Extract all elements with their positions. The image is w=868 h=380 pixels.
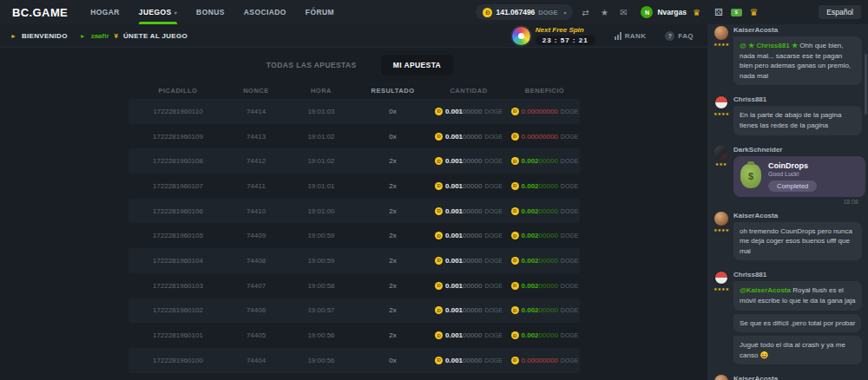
balance-selector[interactable]: Ð 141.067496 DOGE ▾ xyxy=(476,4,573,20)
table-row[interactable]: 1722281960106 74410 19:01:00 2x Ð 0.0010… xyxy=(128,199,580,224)
chat-avatar[interactable] xyxy=(714,26,728,40)
user-menu[interactable]: N Nvargas ♛ xyxy=(641,6,700,18)
currency-label: DOGE xyxy=(484,108,503,115)
bet-result: 2x xyxy=(358,257,428,265)
language-button[interactable]: Español xyxy=(819,5,861,19)
bet-hash: 1722281960108 xyxy=(128,157,228,165)
bet-result: 2x xyxy=(358,207,428,215)
nav-asociado[interactable]: ASOCIADO xyxy=(244,0,286,24)
table-row[interactable]: 1722281960109 74413 19:01:02 0x Ð 0.0010… xyxy=(128,124,580,149)
announcement-username[interactable]: zaafir xyxy=(91,32,109,40)
chat-avatar[interactable] xyxy=(714,271,728,285)
currency-label: DOGE xyxy=(484,158,503,164)
moneybag-icon xyxy=(740,164,761,188)
chat-message-left: ★★★★ xyxy=(713,212,728,265)
coindrops-completed-button[interactable]: Completed xyxy=(768,180,817,192)
table-row[interactable]: 1722281960110 74414 19:01:03 0x Ð 0.0010… xyxy=(128,99,580,124)
bet-hash: 1722281960104 xyxy=(128,257,228,265)
chat-avatar[interactable] xyxy=(714,375,728,380)
free-spin-title: Next Free Spin xyxy=(536,26,595,34)
table-row[interactable]: 1722281960105 74409 19:00:59 2x Ð 0.0010… xyxy=(128,223,580,248)
table-row[interactable]: 1722281960100 74404 19:00:56 0x Ð 0.0010… xyxy=(128,348,580,373)
currency-label: DOGE xyxy=(561,307,579,313)
tab-todas-las-apuestas[interactable]: TODAS LAS APUESTAS xyxy=(254,55,369,75)
chat-message: ★★★★ KaiserAcosta @ ★ Chriss881 ★ Jajaja… xyxy=(713,375,862,380)
logo[interactable]: BC.GAME xyxy=(12,6,68,19)
table-row[interactable]: 1722281960102 74406 19:00:57 2x Ð 0.0010… xyxy=(128,298,580,324)
bets-table: PICADILLO NONCE HORA RESULTADO CANTIDAD … xyxy=(128,82,580,373)
table-row[interactable]: 1722281960101 74405 19:00:56 2x Ð 0.0010… xyxy=(128,323,580,348)
bet-hash: 1722281960110 xyxy=(128,108,228,115)
bet-time: 19:01:00 xyxy=(285,207,358,215)
doge-coin-icon: Ð xyxy=(435,306,443,314)
bet-time: 19:00:59 xyxy=(285,257,358,265)
chat-message-left: ★★★★ xyxy=(713,95,728,138)
bet-amount: Ð 0.00100000 DOGE xyxy=(428,157,510,165)
dice-icon[interactable]: ⚄ xyxy=(714,7,723,18)
rank-label: RANK xyxy=(625,32,647,40)
bet-amount: Ð 0.00100000 DOGE xyxy=(428,331,510,339)
chat-message-left: ★★★★ xyxy=(713,271,728,368)
doge-coin-icon: Ð xyxy=(435,157,443,165)
tab-mi-apuesta[interactable]: MI APUESTA xyxy=(381,55,453,75)
chat-timestamp: 18:08 xyxy=(733,199,862,205)
doge-coin-icon: Ð xyxy=(511,282,519,290)
bet-result: 2x xyxy=(358,306,428,314)
nav-juegos[interactable]: JUEGOS▾ xyxy=(139,0,177,24)
chat-username[interactable]: Chriss881 xyxy=(733,271,862,278)
chat-avatar[interactable] xyxy=(714,212,728,226)
table-row[interactable]: 1722281960107 74411 19:01:01 2x Ð 0.0010… xyxy=(128,174,580,199)
currency-label: DOGE xyxy=(561,283,579,289)
currency-label: DOGE xyxy=(484,332,503,338)
doge-coin-icon: Ð xyxy=(435,232,443,239)
nav-hogar[interactable]: HOGAR xyxy=(90,0,120,24)
bet-nonce: 74404 xyxy=(228,357,285,364)
table-row[interactable]: 1722281960104 74408 19:00:59 2x Ð 0.0010… xyxy=(128,248,580,273)
bet-result: 2x xyxy=(358,282,428,290)
topbar-main: BC.GAME HOGAR JUEGOS▾ BONUS ASOCIADO FÓR… xyxy=(0,0,707,24)
bet-time: 19:00:56 xyxy=(285,331,358,339)
table-row[interactable]: 1722281960103 74407 19:00:58 2x Ð 0.0010… xyxy=(128,273,580,298)
doge-coin-icon: Ð xyxy=(511,232,519,239)
content: ► BIENVENIDO ► zaafir ¥ ÚNETE AL JUEGO N… xyxy=(0,24,868,380)
currency-label: DOGE xyxy=(561,158,579,164)
bet-nonce: 74407 xyxy=(228,282,285,290)
chat-username[interactable]: KaiserAcosta xyxy=(733,212,862,219)
bet-time: 19:00:58 xyxy=(285,282,358,290)
bet-nonce: 74406 xyxy=(228,306,285,314)
chat-username[interactable]: DarkSchneider xyxy=(733,146,862,154)
chat-avatar[interactable] xyxy=(714,146,728,160)
free-spin-widget[interactable]: Next Free Spin 23 : 57 : 21 xyxy=(512,26,595,45)
currency-label: DOGE xyxy=(561,357,579,364)
coindrops-title: CoinDrops xyxy=(768,161,817,170)
chat-username[interactable]: KaiserAcosta xyxy=(733,375,862,380)
chat-message: ★★★ DarkSchneider CoinDropsGood Luck!Com… xyxy=(713,146,862,205)
nav-label: FÓRUM xyxy=(306,8,334,16)
trophy-icon[interactable]: ♛ xyxy=(750,7,759,18)
swap-icon[interactable]: ⇄ xyxy=(578,5,592,19)
bet-amount: Ð 0.00100000 DOGE xyxy=(428,232,510,239)
coindrops-card[interactable]: CoinDropsGood Luck!Completed xyxy=(733,156,865,197)
mail-icon[interactable]: ✉ xyxy=(616,5,630,19)
bet-result: 2x xyxy=(358,182,428,190)
chat-avatar[interactable] xyxy=(714,95,728,109)
bet-hash: 1722281960105 xyxy=(128,232,228,239)
chat-username[interactable]: KaiserAcosta xyxy=(733,26,862,34)
column-hora: HORA xyxy=(285,87,358,95)
table-header: PICADILLO NONCE HORA RESULTADO CANTIDAD … xyxy=(128,82,580,99)
nav-bonus[interactable]: BONUS xyxy=(196,0,225,24)
chat-mention[interactable]: @ ★ Chriss881 ★ xyxy=(740,42,799,49)
table-row[interactable]: 1722281960108 74412 19:01:02 2x Ð 0.0010… xyxy=(128,148,580,174)
nav-forum[interactable]: FÓRUM xyxy=(306,0,334,24)
balance-amount: 141.067496 xyxy=(496,8,535,16)
chat-scrollbar[interactable] xyxy=(865,54,867,115)
faq-button[interactable]: ? FAQ xyxy=(665,31,694,41)
rank-button[interactable]: RANK xyxy=(615,32,647,40)
chat-username[interactable]: Chriss881 xyxy=(733,95,862,103)
chat-mention[interactable]: @KaiserAcosta xyxy=(740,286,792,294)
bet-amount: Ð 0.00100000 DOGE xyxy=(428,182,510,190)
cash-icon[interactable]: $ xyxy=(731,9,742,16)
currency-label: DOGE xyxy=(484,208,503,214)
bonus-star-icon[interactable]: ★ xyxy=(597,5,611,19)
bet-amount: Ð 0.00100000 DOGE xyxy=(428,306,510,314)
